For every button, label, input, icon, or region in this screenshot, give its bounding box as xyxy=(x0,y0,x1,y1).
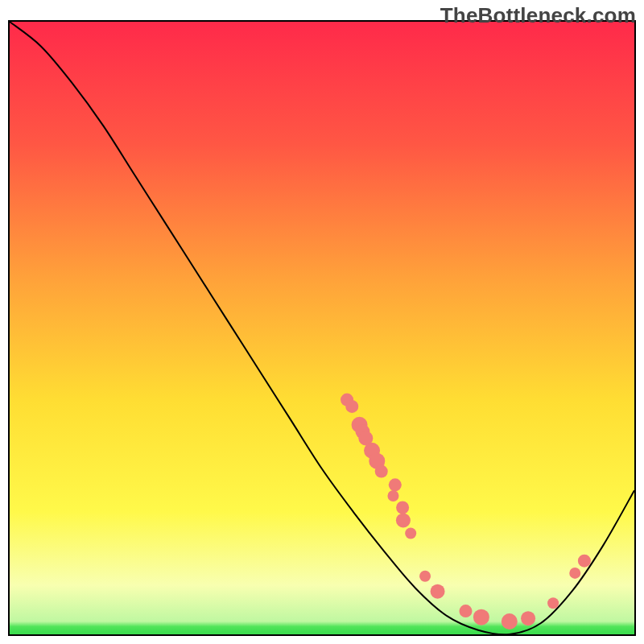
curve-marker xyxy=(473,609,489,625)
curve-marker xyxy=(396,513,411,527)
curve-marker xyxy=(405,527,416,539)
curve-marker xyxy=(375,465,388,478)
curve-marker xyxy=(578,555,591,568)
chart-container: TheBottleneck.com xyxy=(0,0,644,644)
curve-marker xyxy=(502,613,518,630)
curve-marker xyxy=(389,478,402,491)
curve-marker xyxy=(521,611,535,625)
curve-markers xyxy=(10,22,634,634)
curve-marker xyxy=(459,605,472,617)
curve-marker xyxy=(345,400,358,413)
curve-marker xyxy=(547,597,559,609)
curve-marker xyxy=(569,568,580,579)
watermark-label: TheBottleneck.com xyxy=(440,3,636,28)
curve-marker xyxy=(419,571,431,582)
plot-frame xyxy=(8,20,636,636)
curve-marker xyxy=(396,501,409,514)
curve-marker xyxy=(387,490,398,502)
curve-marker xyxy=(431,584,445,599)
